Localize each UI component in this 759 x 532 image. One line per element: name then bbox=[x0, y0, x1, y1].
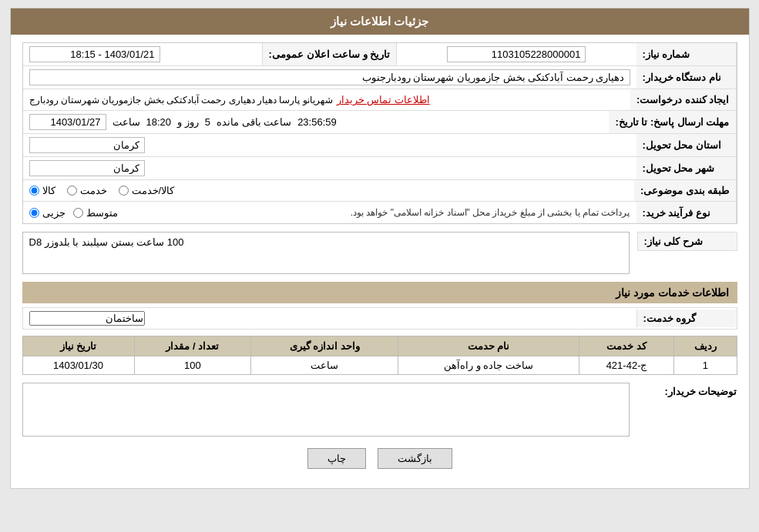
input-city[interactable] bbox=[29, 160, 145, 176]
buyer-desc-box bbox=[22, 383, 630, 437]
radio-khedmat[interactable]: خدمت bbox=[67, 185, 107, 196]
cell-name: ساخت جاده و راه‌آهن bbox=[398, 356, 579, 375]
value-city bbox=[23, 157, 636, 179]
row-creator: ایجاد کننده درخواست: اطلاعات تماس خریدار… bbox=[23, 89, 737, 111]
cell-date: 1403/01/30 bbox=[22, 356, 134, 375]
remaining-time: 23:56:59 bbox=[297, 116, 337, 128]
cell-row: 1 bbox=[674, 356, 737, 375]
input-group[interactable] bbox=[29, 311, 145, 326]
row-city: شهر محل تحویل: bbox=[23, 157, 737, 180]
row-process: نوع فرآیند خرید: پرداخت تمام یا بخشی از … bbox=[23, 202, 737, 223]
label-creator: ایجاد کننده درخواست: bbox=[630, 89, 737, 110]
label-date: تاریخ و ساعت اعلان عمومی: bbox=[262, 43, 398, 65]
cell-unit: ساعت bbox=[251, 356, 398, 375]
label-kala-khedmat: کالا/خدمت bbox=[132, 185, 175, 196]
row-province: استان محل تحویل: bbox=[23, 134, 737, 157]
label-kala: کالا bbox=[42, 185, 55, 196]
label-deadline: مهلت ارسال پاسخ: تا تاریخ: bbox=[609, 111, 736, 133]
input-date[interactable] bbox=[29, 46, 160, 62]
value-group bbox=[23, 308, 636, 329]
summary-section: شرح کلی نیاز: 100 ساعت بستن سیلبند با بل… bbox=[22, 232, 737, 274]
label-category: طبقه بندی موضوعی: bbox=[634, 180, 737, 201]
deadline-time-value: 18:20 bbox=[146, 116, 172, 128]
summary-value: 100 ساعت بستن سیلبند با بلدوزر D8 bbox=[29, 236, 184, 248]
col-row: ردیف bbox=[674, 336, 737, 356]
value-category: کالا/خدمت خدمت کالا bbox=[23, 180, 634, 201]
value-deadline: 23:56:59 ساعت باقی مانده 5 روز و 18:20 س… bbox=[23, 111, 610, 133]
creator-contact-link[interactable]: اطلاعات تماس خریدار bbox=[337, 94, 430, 105]
radio-input-jozvi[interactable] bbox=[29, 208, 39, 218]
value-org-name bbox=[23, 66, 636, 89]
row-need-number: شماره نیاز: تاریخ و ساعت اعلان عمومی: bbox=[23, 43, 737, 66]
row-deadline: مهلت ارسال پاسخ: تا تاریخ: 23:56:59 ساعت… bbox=[23, 111, 737, 134]
input-need-number[interactable] bbox=[447, 46, 586, 62]
label-province: استان محل تحویل: bbox=[636, 134, 737, 156]
col-code: کد خدمت bbox=[579, 336, 673, 356]
row-category: طبقه بندی موضوعی: کالا/خدمت خدمت کالا bbox=[23, 180, 737, 202]
info-section: شماره نیاز: تاریخ و ساعت اعلان عمومی: نا… bbox=[22, 42, 737, 224]
label-khedmat: خدمت bbox=[80, 185, 107, 196]
label-jozvi: جزیی bbox=[42, 207, 65, 219]
button-row: بازگشت چاپ bbox=[22, 448, 737, 480]
input-province[interactable] bbox=[29, 137, 145, 153]
services-title: اطلاعات خدمات مورد نیاز bbox=[22, 282, 737, 303]
radio-kala[interactable]: کالا bbox=[29, 185, 55, 196]
radio-jozvi[interactable]: جزیی bbox=[29, 207, 65, 219]
table-row: 1 ج-42-421 ساخت جاده و راه‌آهن ساعت 100 … bbox=[22, 356, 737, 375]
group-row: گروه خدمت: bbox=[22, 307, 737, 330]
label-need-number: شماره نیاز: bbox=[636, 43, 737, 65]
services-section: اطلاعات خدمات مورد نیاز گروه خدمت: ردیف … bbox=[22, 282, 737, 375]
content-area: شماره نیاز: تاریخ و ساعت اعلان عمومی: نا… bbox=[11, 35, 749, 488]
row-org-name: نام دستگاه خریدار: bbox=[23, 66, 737, 89]
input-deadline-date[interactable] bbox=[29, 114, 106, 130]
label-summary: شرح کلی نیاز: bbox=[637, 232, 737, 251]
label-buyer-desc: توضیحات خریدار: bbox=[637, 383, 737, 397]
radio-input-khedmat[interactable] bbox=[67, 186, 77, 196]
radio-input-kala-khedmat[interactable] bbox=[119, 186, 129, 196]
process-notice: پرداخت تمام یا بخشی از مبلغ خریداز محل "… bbox=[351, 207, 630, 218]
cell-code: ج-42-421 bbox=[579, 356, 673, 375]
page-title: جزئیات اطلاعات نیاز bbox=[11, 8, 749, 35]
label-motavaset: متوسط bbox=[86, 207, 118, 219]
value-need-number bbox=[397, 43, 636, 65]
radio-kala-khedmat[interactable]: کالا/خدمت bbox=[119, 185, 175, 196]
page-container: جزئیات اطلاعات نیاز شماره نیاز: تاریخ و … bbox=[10, 8, 750, 489]
input-org-name[interactable] bbox=[29, 69, 630, 85]
radio-input-motavaset[interactable] bbox=[73, 208, 83, 218]
label-process: نوع فرآیند خرید: bbox=[636, 202, 737, 223]
col-unit: واحد اندازه گیری bbox=[251, 336, 398, 356]
creator-value-text: شهریانو پارسا دهیار دهیاری رحمت آبادکتکی… bbox=[29, 95, 333, 105]
label-org-name: نام دستگاه خریدار: bbox=[636, 66, 737, 89]
col-date: تاریخ نیاز bbox=[22, 336, 134, 356]
value-province bbox=[23, 134, 636, 156]
services-table: ردیف کد خدمت نام حدمت واحد اندازه گیری ت… bbox=[22, 336, 737, 375]
col-qty: تعداد / مقدار bbox=[134, 336, 251, 356]
col-name: نام حدمت bbox=[398, 336, 579, 356]
radio-input-kala[interactable] bbox=[29, 186, 39, 196]
summary-box: 100 ساعت بستن سیلبند با بلدوزر D8 bbox=[22, 232, 630, 274]
label-city: شهر محل تحویل: bbox=[636, 157, 737, 179]
label-days: روز و bbox=[177, 116, 199, 128]
print-button[interactable]: چاپ bbox=[307, 448, 366, 469]
label-group: گروه خدمت: bbox=[636, 309, 737, 327]
value-process: پرداخت تمام یا بخشی از مبلغ خریداز محل "… bbox=[23, 202, 636, 223]
value-date bbox=[23, 43, 262, 65]
value-creator: اطلاعات تماس خریدار شهریانو پارسا دهیار … bbox=[23, 89, 630, 110]
desc-section: توضیحات خریدار: bbox=[22, 383, 737, 437]
label-time: ساعت bbox=[113, 116, 140, 128]
label-remaining: ساعت باقی مانده bbox=[217, 116, 291, 128]
radio-motavaset[interactable]: متوسط bbox=[73, 207, 118, 219]
back-button[interactable]: بازگشت bbox=[378, 448, 452, 469]
deadline-days-value: 5 bbox=[205, 116, 210, 128]
cell-qty: 100 bbox=[134, 356, 251, 375]
